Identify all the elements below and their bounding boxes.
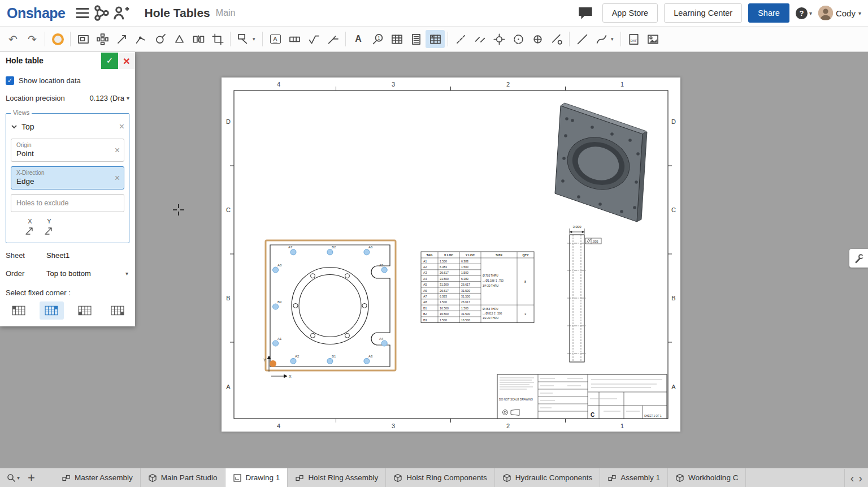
bisector-centerline-button[interactable] <box>470 30 489 48</box>
aligned-section-button[interactable] <box>131 30 150 48</box>
dxf-export-button[interactable]: DXF <box>624 30 643 48</box>
insert-view-button[interactable] <box>73 30 93 48</box>
text-button[interactable]: A <box>349 30 368 48</box>
detail-view-button[interactable] <box>150 30 170 48</box>
broken-view-button[interactable] <box>189 30 208 48</box>
point-button[interactable] <box>528 30 547 48</box>
tangent-centerline-button[interactable] <box>547 30 566 48</box>
y-axis-label: Y <box>263 358 266 362</box>
tab-main-part-studio[interactable]: Main Part Studio <box>141 468 225 487</box>
hole-marker[interactable]: A2 <box>290 355 300 364</box>
cancel-button[interactable]: × <box>118 53 135 69</box>
add-tab-button[interactable]: + <box>28 472 35 484</box>
hamburger-menu-icon[interactable] <box>74 5 91 21</box>
clear-origin-button[interactable]: × <box>115 146 120 155</box>
scroll-tabs-left-button[interactable]: ‹ <box>850 472 854 484</box>
help-menu[interactable]: ? ▾ <box>796 7 812 19</box>
zone-label: D <box>671 118 676 125</box>
clear-x-direction-button[interactable]: × <box>115 174 120 183</box>
line-button[interactable] <box>572 30 592 48</box>
onshape-logo[interactable]: Onshape <box>7 5 65 21</box>
fixed-corner-bottom-left-button[interactable] <box>73 301 97 320</box>
circular-centerline-button[interactable] <box>509 30 528 48</box>
table-origin-marker[interactable] <box>270 360 276 367</box>
redo-button[interactable]: ↷ <box>23 30 42 48</box>
search-tabs-button[interactable]: ▾ <box>7 473 20 482</box>
hole-marker[interactable]: B2 <box>327 245 336 255</box>
chat-icon[interactable] <box>577 5 594 21</box>
learning-center-button[interactable]: Learning Center <box>664 3 742 23</box>
feature-control-frame: .005 <box>585 238 601 244</box>
drawing-hole-table[interactable]: TAG X LOC Y LOC SIZE QTY A11.5006.383 A2… <box>421 252 534 322</box>
zone-label: 3 <box>392 423 395 429</box>
origin-field[interactable]: Origin Point × <box>11 139 124 162</box>
tab-drawing-1[interactable]: Drawing 1 <box>225 468 288 487</box>
x-direction-field[interactable]: X-Direction Edge × <box>11 166 124 189</box>
scroll-tabs-right-button[interactable]: › <box>858 472 862 484</box>
share-button[interactable]: Share <box>748 3 789 23</box>
tab-hoist-ring-components[interactable]: Hoist Ring Components <box>386 468 495 487</box>
insert-image-button[interactable] <box>643 30 662 48</box>
projected-view-button[interactable] <box>93 30 112 48</box>
hole-marker[interactable]: A1 <box>273 337 282 346</box>
bom-table-button[interactable] <box>406 30 426 48</box>
help-icon[interactable]: ? <box>796 7 808 19</box>
undo-button[interactable]: ↶ <box>3 30 23 48</box>
isometric-view[interactable] <box>555 103 647 222</box>
svg-text:1.500: 1.500 <box>440 318 447 322</box>
flip-x-direction-button[interactable] <box>23 226 37 237</box>
user-menu[interactable]: Cody ▾ <box>818 6 861 20</box>
avatar[interactable] <box>818 6 833 20</box>
view-selection-box[interactable] <box>266 240 396 370</box>
flip-y-direction-button[interactable] <box>42 226 56 237</box>
drawing-sheet[interactable]: 4 3 2 1 4 3 2 1 D C B A D C B A <box>222 77 680 432</box>
hole-marker[interactable]: B1 <box>327 355 336 364</box>
location-precision-dropdown[interactable]: 0.123 (Dra ▾ <box>90 94 129 102</box>
gdt-button[interactable] <box>285 30 304 48</box>
hole-marker[interactable]: A3 <box>364 355 373 364</box>
table-button[interactable] <box>387 30 406 48</box>
show-location-data-row[interactable]: ✓ Show location data <box>6 74 129 87</box>
callout-button[interactable] <box>233 30 253 48</box>
note-button[interactable]: A <box>266 30 285 48</box>
spline-caret[interactable]: ▾ <box>611 36 618 42</box>
svg-text:A4: A4 <box>423 277 427 281</box>
order-dropdown[interactable]: Top to bottom ▾ <box>46 269 129 278</box>
tab-workholding[interactable]: Workholding C <box>668 468 746 487</box>
side-section-view[interactable]: 3.000 .005 <box>567 225 601 362</box>
callout-caret[interactable]: ▾ <box>253 36 259 42</box>
center-mark-button[interactable] <box>489 30 509 48</box>
versions-graph-icon[interactable] <box>93 5 110 21</box>
crop-view-button[interactable] <box>208 30 227 48</box>
remove-view-button[interactable]: × <box>119 122 124 131</box>
tab-hoist-ring-assembly[interactable]: Hoist Ring Assembly <box>288 468 386 487</box>
hole-marker[interactable]: B3 <box>273 300 282 309</box>
centerline-button[interactable] <box>451 30 470 48</box>
hole-marker[interactable]: A5 <box>379 264 387 273</box>
hole-marker[interactable]: A6 <box>364 245 373 255</box>
section-view-button[interactable] <box>112 30 131 48</box>
auxiliary-view-button[interactable] <box>170 30 189 48</box>
holes-to-exclude-field[interactable]: Holes to exclude <box>11 194 124 212</box>
hole-marker[interactable]: A7 <box>288 245 296 255</box>
fixed-corner-bottom-right-button[interactable] <box>106 301 129 320</box>
fixed-corner-top-right-button[interactable] <box>40 301 63 320</box>
fixed-corner-top-left-button[interactable] <box>7 301 31 320</box>
confirm-button[interactable]: ✓ <box>101 53 118 69</box>
weld-symbol-button[interactable] <box>323 30 342 48</box>
show-location-data-checkbox[interactable]: ✓ <box>6 76 14 85</box>
tab-hydraulic-components[interactable]: Hydraulic Components <box>495 468 601 487</box>
surface-finish-button[interactable] <box>304 30 323 48</box>
workspace-name[interactable]: Main <box>216 8 236 18</box>
hole-marker[interactable]: A8 <box>273 264 282 273</box>
view-row-top[interactable]: Top × <box>11 119 124 134</box>
tab-assembly-1[interactable]: Assembly 1 <box>600 468 668 487</box>
spline-button[interactable] <box>592 30 611 48</box>
hole-table-button[interactable] <box>426 30 445 48</box>
app-store-button[interactable]: App Store <box>602 3 658 23</box>
tab-master-assembly[interactable]: Master Assembly <box>54 468 141 487</box>
balloon-button[interactable]: 1 <box>368 30 387 48</box>
follow-user-icon[interactable] <box>112 5 129 21</box>
part-top-view[interactable]: A1 A2 A3 A4 A5 A6 A7 A8 B1 B2 B3 <box>263 240 396 378</box>
measure-tools-tab[interactable] <box>849 249 868 268</box>
